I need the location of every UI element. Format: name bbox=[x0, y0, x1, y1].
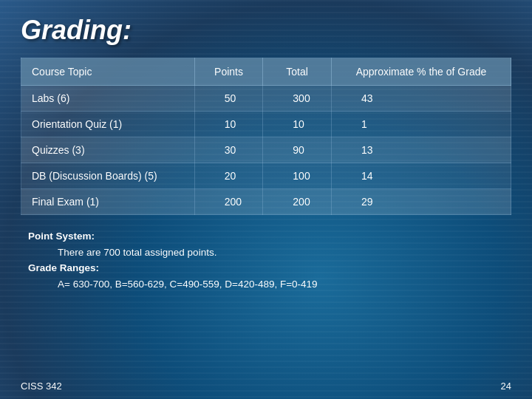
cell-topic: DB (Discussion Boards) (5) bbox=[21, 163, 195, 189]
grading-table: Course Topic Points Total Approximate % … bbox=[21, 58, 511, 215]
course-label: CISS 342 bbox=[21, 381, 62, 392]
cell-grade: 29 bbox=[331, 189, 511, 215]
table-row: Quizzes (3)309013 bbox=[21, 137, 511, 163]
table-row: Final Exam (1)20020029 bbox=[21, 189, 511, 215]
cell-points: 30 bbox=[194, 137, 263, 163]
col-header-total: Total bbox=[263, 58, 332, 86]
cell-total: 90 bbox=[263, 137, 332, 163]
cell-total: 200 bbox=[263, 189, 332, 215]
cell-total: 100 bbox=[263, 163, 332, 189]
page-title: Grading: bbox=[21, 15, 511, 46]
col-header-points: Points bbox=[194, 58, 263, 86]
cell-grade: 13 bbox=[331, 137, 511, 163]
cell-topic: Quizzes (3) bbox=[21, 137, 195, 163]
cell-points: 10 bbox=[194, 112, 263, 137]
table-row: Orientation Quiz (1)10101 bbox=[21, 112, 511, 137]
cell-grade: 43 bbox=[331, 86, 511, 112]
cell-total: 300 bbox=[263, 86, 332, 112]
cell-total: 10 bbox=[263, 112, 332, 137]
cell-grade: 1 bbox=[331, 112, 511, 137]
point-system-detail: There are 700 total assigned points. bbox=[28, 245, 511, 261]
cell-points: 200 bbox=[194, 189, 263, 215]
cell-topic: Labs (6) bbox=[21, 86, 195, 112]
col-header-topic: Course Topic bbox=[21, 58, 195, 86]
grade-ranges-label: Grade Ranges: bbox=[28, 262, 99, 273]
cell-topic: Orientation Quiz (1) bbox=[21, 112, 195, 137]
grade-ranges-detail: A= 630-700, B=560-629, C=490-559, D=420-… bbox=[28, 276, 511, 293]
table-row: Labs (6)5030043 bbox=[21, 86, 511, 112]
col-header-grade: Approximate % the of Grade bbox=[331, 58, 511, 86]
point-system-label: Point System: bbox=[28, 231, 95, 242]
cell-grade: 14 bbox=[331, 163, 511, 189]
cell-points: 50 bbox=[194, 86, 263, 112]
cell-topic: Final Exam (1) bbox=[21, 189, 195, 215]
cell-points: 20 bbox=[194, 163, 263, 189]
footer-section: Point System: There are 700 total assign… bbox=[21, 228, 511, 292]
slide-number: 24 bbox=[501, 381, 511, 392]
table-row: DB (Discussion Boards) (5)2010014 bbox=[21, 163, 511, 189]
